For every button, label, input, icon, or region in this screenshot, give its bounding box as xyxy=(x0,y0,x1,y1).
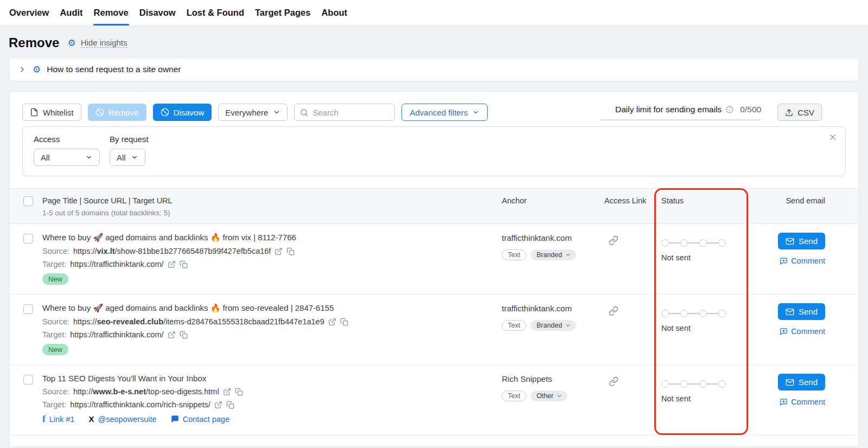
anchor-type-dropdown[interactable]: Branded xyxy=(531,249,576,260)
send-button[interactable]: Send xyxy=(778,233,825,249)
comment-link[interactable]: Comment xyxy=(780,327,825,336)
whitelist-button[interactable]: Whitelist xyxy=(22,104,81,121)
close-icon[interactable] xyxy=(828,132,838,142)
table-row: Where to buy 🚀 aged domains and backlink… xyxy=(9,224,859,295)
anchor-type-dropdown[interactable]: Branded xyxy=(531,320,576,331)
table-row: Where to buy 🚀 aged domains and backlink… xyxy=(9,295,859,365)
target-label: Target: xyxy=(42,330,66,339)
result-count: 1-5 out of 5 domains (total backlinks: 5… xyxy=(42,209,173,217)
row-checkbox[interactable] xyxy=(23,375,33,385)
copy-icon[interactable] xyxy=(340,318,348,326)
chevron-down-icon xyxy=(565,322,571,329)
row-checkbox[interactable] xyxy=(23,304,33,314)
external-link-icon[interactable] xyxy=(168,260,176,268)
comment-link[interactable]: Comment xyxy=(780,398,825,406)
comment-label: Comment xyxy=(791,257,825,265)
source-label: Source: xyxy=(42,317,69,326)
tab-about[interactable]: About xyxy=(321,0,348,25)
gear-icon: ⚙ xyxy=(67,39,75,48)
mail-icon xyxy=(786,378,794,387)
gear-icon: ⚙ xyxy=(33,65,41,74)
chevron-down-icon xyxy=(273,108,280,116)
upload-icon xyxy=(785,108,793,117)
external-link-icon[interactable] xyxy=(168,331,176,339)
access-link-icon[interactable] xyxy=(609,376,618,386)
tab-target-pages[interactable]: Target Pages xyxy=(254,0,311,25)
copy-icon[interactable] xyxy=(226,401,234,409)
twitter-link[interactable]: @seopowersuite xyxy=(88,415,156,424)
howto-label: How to send request to a site owner xyxy=(47,65,181,74)
anchor-type-dropdown[interactable]: Other xyxy=(531,391,567,401)
source-url: https://vix.lt/show-81bbe1b277665487b99f… xyxy=(73,247,271,255)
chevron-down-icon xyxy=(85,153,93,161)
access-link-icon[interactable] xyxy=(609,306,618,316)
daily-limit-label: Daily limit for sending emails xyxy=(615,105,722,114)
tab-remove[interactable]: Remove xyxy=(93,0,129,25)
csv-export-button[interactable]: CSV xyxy=(777,104,822,121)
main-panel: Whitelist Remove Disavow Everywhere Adva… xyxy=(9,91,859,447)
status-progress xyxy=(661,380,750,388)
tab-lost-and-found[interactable]: Lost & Found xyxy=(186,0,245,25)
comment-label: Comment xyxy=(791,327,825,336)
remove-button[interactable]: Remove xyxy=(88,104,146,121)
scope-dropdown[interactable]: Everywhere xyxy=(218,104,288,121)
anchor-type-value: Branded xyxy=(537,251,562,259)
search-input[interactable] xyxy=(312,108,389,117)
copy-icon[interactable] xyxy=(286,247,295,255)
chevron-right-icon xyxy=(18,65,27,74)
status-progress xyxy=(661,310,750,317)
remove-label: Remove xyxy=(108,108,139,117)
target-url: https://trafficthinktank.com/ xyxy=(70,330,163,339)
table-header: Page Title | Source URL | Target URL 1-5… xyxy=(9,188,859,224)
comment-icon xyxy=(780,398,788,406)
target-label: Target: xyxy=(42,260,66,268)
message-icon xyxy=(171,415,179,423)
disavow-button[interactable]: Disavow xyxy=(153,104,212,121)
source-label: Source: xyxy=(42,247,69,255)
disavow-label: Disavow xyxy=(174,108,205,117)
twitter-link-label: @seopowersuite xyxy=(98,415,156,424)
anchor-text: trafficthinktank.com xyxy=(502,303,603,313)
target-url: https://trafficthinktank.com/rich-snippe… xyxy=(70,400,210,409)
tab-overview[interactable]: Overview xyxy=(9,0,49,25)
copy-icon[interactable] xyxy=(235,388,243,396)
external-link-icon[interactable] xyxy=(328,318,336,326)
by-request-filter-value: All xyxy=(117,153,126,162)
status-text: Not sent xyxy=(661,394,750,403)
access-link-icon[interactable] xyxy=(609,235,618,245)
facebook-link-label: Link #1 xyxy=(49,415,75,424)
send-button[interactable]: Send xyxy=(778,303,825,320)
tab-disavow[interactable]: Disavow xyxy=(139,0,176,25)
contact-page-link[interactable]: Contact page xyxy=(171,415,229,424)
table-row: Top 11 SEO Digests You'll Want in Your I… xyxy=(9,365,859,436)
select-all-checkbox[interactable] xyxy=(23,196,33,206)
access-filter-dropdown[interactable]: All xyxy=(34,149,100,166)
howto-panel[interactable]: ⚙ How to send request to a site owner xyxy=(9,57,859,81)
tab-audit[interactable]: Audit xyxy=(59,0,83,25)
external-link-icon[interactable] xyxy=(214,401,222,409)
advanced-filters-button[interactable]: Advanced filters xyxy=(401,104,488,121)
hide-insights-link[interactable]: Hide insights xyxy=(81,38,127,48)
copy-icon[interactable] xyxy=(180,331,188,339)
row-checkbox[interactable] xyxy=(23,234,33,244)
comment-link[interactable]: Comment xyxy=(780,257,825,265)
slash-circle-icon xyxy=(161,108,169,117)
by-request-filter-dropdown[interactable]: All xyxy=(110,149,145,166)
facebook-link[interactable]: Link #1 xyxy=(42,414,74,424)
comment-label: Comment xyxy=(791,398,825,406)
source-url: http://www.b-e-s.net/top-seo-digests.htm… xyxy=(73,387,219,396)
advanced-filters-panel: Access All By request All xyxy=(22,126,846,176)
source-url: https://seo-revealed.club/items-d28476a1… xyxy=(73,317,324,326)
column-page-title: Page Title | Source URL | Target URL xyxy=(42,195,173,205)
external-link-icon[interactable] xyxy=(223,388,231,396)
column-access-link: Access Link xyxy=(603,195,655,217)
send-button[interactable]: Send xyxy=(778,374,825,391)
daily-limit-value: 0/500 xyxy=(740,105,761,114)
copy-icon[interactable] xyxy=(180,260,188,268)
facebook-icon xyxy=(42,414,46,424)
daily-limit: Daily limit for sending emails 0/500 xyxy=(599,105,761,120)
external-link-icon[interactable] xyxy=(275,247,283,255)
new-badge: New xyxy=(42,344,68,355)
daily-limit-progress xyxy=(599,119,761,120)
whitelist-label: Whitelist xyxy=(43,108,74,117)
